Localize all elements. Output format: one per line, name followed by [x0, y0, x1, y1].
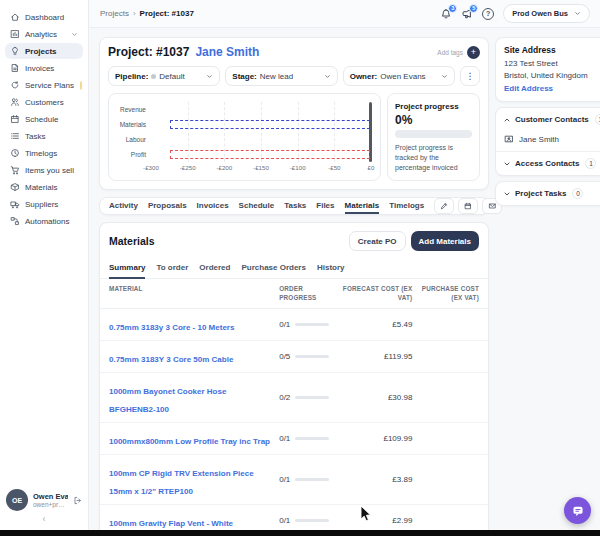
analytics-icon	[10, 29, 20, 39]
tab-activity[interactable]: Activity	[109, 198, 138, 214]
edit-address-link[interactable]: Edit Address	[504, 84, 600, 93]
tab-schedule[interactable]: Schedule	[239, 198, 275, 214]
breadcrumb-parent[interactable]: Projects	[100, 9, 129, 18]
owner-dropdown[interactable]: Owner: Owen Evans	[343, 66, 455, 86]
subtab-ordered[interactable]: Ordered	[199, 259, 230, 279]
subtab-to-order[interactable]: To order	[156, 259, 188, 279]
add-materials-button[interactable]: Add Materials	[411, 231, 479, 251]
sidebar-item-service-plans[interactable]: Service Plans	[5, 77, 83, 93]
sidebar-item-tasks[interactable]: Tasks	[5, 128, 83, 144]
order-progress-cell: 0/1	[279, 434, 342, 443]
owner-label: Owner:	[350, 72, 378, 81]
sidebar-item-projects[interactable]: Projects	[5, 43, 83, 59]
column-header-material: Material	[109, 285, 279, 302]
project-title-row: Project: #1037 Jane Smith Add tags +	[108, 45, 480, 59]
material-link[interactable]: 100mm Gravity Flap Vent - White	[109, 519, 233, 528]
subtab-purchase-orders[interactable]: Purchase Orders	[241, 259, 305, 279]
user-row[interactable]: OE Owen Evans owen+prod@p...	[6, 489, 82, 511]
material-link[interactable]: 1000mm Bayonet Cooker Hose BFGHENB2-100	[109, 387, 226, 414]
access-contacts-toggle[interactable]: Access Contacts 1	[496, 152, 600, 175]
sidebar-item-items-you-sell[interactable]: Items you sell	[5, 162, 83, 178]
tab-timelogs[interactable]: Timelogs	[389, 198, 424, 214]
chart-plot-area	[151, 102, 371, 162]
tab-tasks[interactable]: Tasks	[284, 198, 306, 214]
tab-materials[interactable]: Materials	[345, 198, 380, 214]
chat-widget-button[interactable]	[564, 497, 591, 524]
sidebar-item-label: Suppliers	[25, 200, 58, 209]
sidebar-nav: DashboardAnalyticsProjectsInvoicesServic…	[0, 0, 88, 230]
sidebar-collapse-button[interactable]: ‹	[6, 511, 82, 528]
chart-bar-profit	[170, 150, 370, 159]
material-link[interactable]: 0.75mm 3183y 3 Core - 10 Meters	[109, 323, 234, 332]
project-tasks-toggle[interactable]: Project Tasks 0	[496, 182, 600, 205]
table-body: 0.75mm 3183y 3 Core - 10 Meters0/1£5.490…	[100, 309, 488, 530]
sidebar-item-suppliers[interactable]: Suppliers	[5, 196, 83, 212]
stage-value: New lead	[260, 72, 293, 81]
project-card: Project: #1037 Jane Smith Add tags + Pip…	[99, 37, 489, 190]
customers-icon	[10, 97, 20, 107]
site-address-line1: 123 Test Street	[504, 58, 600, 70]
notifications-bell-icon[interactable]: 3	[440, 8, 452, 20]
material-cell: 0.75mm 3183Y 3 Core 50m Cable	[109, 348, 279, 366]
order-progress-bar	[295, 478, 329, 481]
sidebar-item-analytics[interactable]: Analytics	[5, 26, 83, 42]
user-meta: Owen Evans owen+prod@p...	[33, 492, 68, 508]
sidebar-item-materials[interactable]: Materials	[5, 179, 83, 195]
bell-badge: 3	[448, 4, 457, 13]
column-header-forecast-cost-ex-vat: Forecast Cost (ex VAT)	[342, 285, 412, 302]
account-switcher[interactable]: Prod Owen Bus	[503, 4, 590, 23]
stage-dropdown[interactable]: Stage: New lead	[225, 66, 337, 86]
material-cell: 1000mm Bayonet Cooker Hose BFGHENB2-100	[109, 380, 279, 416]
material-link[interactable]: 100mm CP Rigid TRV Extension Piece 15mm …	[109, 469, 254, 496]
announcements-icon[interactable]: 5	[461, 8, 473, 20]
tab-invoices[interactable]: Invoices	[197, 198, 229, 214]
logout-icon[interactable]	[73, 496, 82, 505]
pipeline-label: Pipeline:	[115, 72, 148, 81]
chart-bar-materials	[170, 120, 370, 129]
pipeline-dropdown[interactable]: Pipeline: Default	[108, 66, 220, 86]
chevron-down-icon	[324, 73, 331, 80]
add-tag-button[interactable]: +	[467, 46, 480, 59]
sidebar-item-timelogs[interactable]: Timelogs	[5, 145, 83, 161]
create-po-button[interactable]: Create PO	[349, 231, 406, 251]
project-tasks-count: 0	[572, 188, 583, 199]
tab-list: ActivityProposalsInvoicesScheduleTasksFi…	[109, 198, 424, 214]
bulb-icon	[10, 46, 20, 56]
material-link[interactable]: 0.75mm 3183Y 3 Core 50m Cable	[109, 355, 233, 364]
materials-header: Materials Create PO Add Materials	[100, 223, 488, 259]
table-row: 0.75mm 3183Y 3 Core 50m Cable0/5£119.95	[100, 341, 488, 373]
project-tabs: ActivityProposalsInvoicesScheduleTasksFi…	[99, 197, 489, 215]
pipeline-color-dot	[151, 74, 156, 79]
materials-title: Materials	[109, 235, 155, 247]
sidebar-item-invoices[interactable]: Invoices	[5, 60, 83, 76]
project-more-actions-button[interactable]: ⋮	[460, 66, 480, 86]
contact-list-item[interactable]: Jane Smith	[496, 131, 600, 151]
sidebar-item-customers[interactable]: Customers	[5, 94, 83, 110]
sidebar-item-label: Automations	[25, 217, 69, 226]
subtab-summary[interactable]: Summary	[109, 259, 145, 279]
sidebar-item-schedule[interactable]: Schedule	[5, 111, 83, 127]
sidebar-item-automations[interactable]: Automations	[5, 213, 83, 229]
material-cell: 1000mmx800mm Low Profile Tray inc Trap	[109, 430, 279, 448]
sidebar-user-section: OE Owen Evans owen+prod@p... ‹	[0, 485, 88, 530]
chart-category-label: Profit	[114, 147, 151, 162]
customer-link[interactable]: Jane Smith	[195, 45, 259, 59]
material-link[interactable]: 1000mmx800mm Low Profile Tray inc Trap	[109, 437, 270, 446]
chart-x-tick-label: -£300	[143, 164, 159, 171]
customer-contacts-toggle[interactable]: Customer Contacts 1	[496, 108, 600, 131]
contact-card-icon	[504, 134, 514, 144]
order-progress-bar	[295, 437, 329, 440]
schedule-button[interactable]	[458, 198, 478, 214]
avatar: OE	[6, 489, 28, 511]
material-cell: 100mm CP Rigid TRV Extension Piece 15mm …	[109, 462, 279, 498]
order-progress-value: 0/5	[279, 352, 290, 361]
tab-files[interactable]: Files	[316, 198, 334, 214]
sidebar-item-dashboard[interactable]: Dashboard	[5, 9, 83, 25]
help-icon[interactable]: ?	[482, 8, 494, 20]
edit-button[interactable]	[434, 198, 454, 214]
subtab-history[interactable]: History	[317, 259, 345, 279]
sidebar-item-label: Projects	[25, 47, 57, 56]
chart-y-labels: RevenueMaterialsLabourProfit	[114, 102, 151, 162]
tab-proposals[interactable]: Proposals	[148, 198, 187, 214]
content: Project: #1037 Jane Smith Add tags + Pip…	[90, 28, 600, 530]
